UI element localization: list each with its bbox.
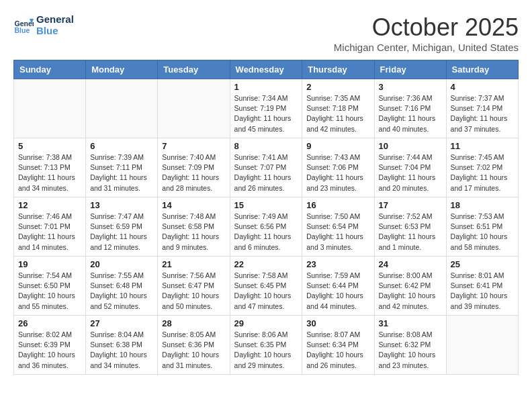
calendar-cell: 2Sunrise: 7:35 AM Sunset: 7:18 PM Daylig… [302,79,374,138]
weekday-header-saturday: Saturday [446,60,518,79]
weekday-header-friday: Friday [374,60,446,79]
calendar-cell: 9Sunrise: 7:43 AM Sunset: 7:06 PM Daylig… [302,138,374,197]
calendar-cell: 4Sunrise: 7:37 AM Sunset: 7:14 PM Daylig… [446,79,518,138]
day-detail: Sunrise: 7:39 AM Sunset: 7:11 PM Dayligh… [90,152,153,193]
logo-line1: General [36,13,74,25]
week-row-1: 1Sunrise: 7:34 AM Sunset: 7:19 PM Daylig… [14,79,519,138]
day-number: 17 [379,200,442,210]
day-number: 25 [451,259,514,269]
calendar-cell: 5Sunrise: 7:38 AM Sunset: 7:13 PM Daylig… [14,138,86,197]
day-number: 22 [234,259,298,269]
calendar-cell: 1Sunrise: 7:34 AM Sunset: 7:19 PM Daylig… [230,79,302,138]
day-number: 24 [379,259,442,269]
day-detail: Sunrise: 7:45 AM Sunset: 7:02 PM Dayligh… [451,152,514,193]
day-number: 14 [162,200,225,210]
day-number: 28 [162,318,225,328]
day-detail: Sunrise: 7:46 AM Sunset: 7:01 PM Dayligh… [18,212,81,253]
day-number: 31 [379,318,442,328]
day-number: 12 [18,200,81,210]
week-row-4: 19Sunrise: 7:54 AM Sunset: 6:50 PM Dayli… [14,257,519,316]
day-detail: Sunrise: 7:50 AM Sunset: 6:54 PM Dayligh… [306,212,369,253]
calendar-cell: 10Sunrise: 7:44 AM Sunset: 7:04 PM Dayli… [374,138,446,197]
day-detail: Sunrise: 7:47 AM Sunset: 6:59 PM Dayligh… [90,212,153,253]
calendar-cell [14,79,86,138]
day-detail: Sunrise: 7:49 AM Sunset: 6:56 PM Dayligh… [234,212,298,253]
day-detail: Sunrise: 7:58 AM Sunset: 6:45 PM Dayligh… [234,271,298,312]
calendar-cell: 18Sunrise: 7:53 AM Sunset: 6:51 PM Dayli… [446,197,518,257]
calendar-cell [86,79,158,138]
day-number: 6 [90,141,153,151]
day-detail: Sunrise: 8:04 AM Sunset: 6:38 PM Dayligh… [90,330,153,371]
calendar-cell: 27Sunrise: 8:04 AM Sunset: 6:38 PM Dayli… [86,316,158,375]
calendar-cell: 8Sunrise: 7:41 AM Sunset: 7:07 PM Daylig… [230,138,302,197]
day-detail: Sunrise: 7:38 AM Sunset: 7:13 PM Dayligh… [18,152,81,193]
title-block: October 2025 Michigan Center, Michigan, … [334,13,519,53]
calendar-cell: 16Sunrise: 7:50 AM Sunset: 6:54 PM Dayli… [302,197,374,257]
calendar-cell: 7Sunrise: 7:40 AM Sunset: 7:09 PM Daylig… [158,138,230,197]
day-number: 15 [234,200,298,210]
calendar-cell: 14Sunrise: 7:48 AM Sunset: 6:58 PM Dayli… [158,197,230,257]
page-header: General Blue General Blue October 2025 M… [13,13,519,53]
day-number: 27 [90,318,153,328]
calendar-cell: 29Sunrise: 8:06 AM Sunset: 6:35 PM Dayli… [230,316,302,375]
day-number: 8 [234,141,298,151]
day-number: 18 [451,200,514,210]
day-number: 13 [90,200,153,210]
day-detail: Sunrise: 7:41 AM Sunset: 7:07 PM Dayligh… [234,152,298,193]
day-detail: Sunrise: 8:08 AM Sunset: 6:32 PM Dayligh… [379,330,442,371]
day-detail: Sunrise: 8:06 AM Sunset: 6:35 PM Dayligh… [234,330,298,371]
day-detail: Sunrise: 7:52 AM Sunset: 6:53 PM Dayligh… [379,212,442,253]
calendar-cell: 13Sunrise: 7:47 AM Sunset: 6:59 PM Dayli… [86,197,158,257]
day-detail: Sunrise: 7:34 AM Sunset: 7:19 PM Dayligh… [234,93,298,134]
day-detail: Sunrise: 7:54 AM Sunset: 6:50 PM Dayligh… [18,271,81,312]
day-detail: Sunrise: 7:40 AM Sunset: 7:09 PM Dayligh… [162,152,225,193]
day-number: 29 [234,318,298,328]
calendar-cell: 31Sunrise: 8:08 AM Sunset: 6:32 PM Dayli… [374,316,446,375]
day-number: 21 [162,259,225,269]
day-detail: Sunrise: 8:05 AM Sunset: 6:36 PM Dayligh… [162,330,225,371]
calendar-cell: 19Sunrise: 7:54 AM Sunset: 6:50 PM Dayli… [14,257,86,316]
day-number: 30 [306,318,369,328]
calendar-cell: 24Sunrise: 8:00 AM Sunset: 6:42 PM Dayli… [374,257,446,316]
weekday-header-tuesday: Tuesday [158,60,230,79]
logo: General Blue General Blue [13,13,74,36]
day-number: 10 [379,141,442,151]
calendar-cell: 23Sunrise: 7:59 AM Sunset: 6:44 PM Dayli… [302,257,374,316]
day-detail: Sunrise: 7:43 AM Sunset: 7:06 PM Dayligh… [306,152,369,193]
day-detail: Sunrise: 7:44 AM Sunset: 7:04 PM Dayligh… [379,152,442,193]
day-detail: Sunrise: 7:59 AM Sunset: 6:44 PM Dayligh… [306,271,369,312]
calendar-cell: 25Sunrise: 8:01 AM Sunset: 6:41 PM Dayli… [446,257,518,316]
day-detail: Sunrise: 8:07 AM Sunset: 6:34 PM Dayligh… [306,330,369,371]
logo-line2: Blue [36,25,74,36]
day-number: 7 [162,141,225,151]
day-number: 1 [234,82,298,92]
day-number: 5 [18,141,81,151]
day-detail: Sunrise: 7:56 AM Sunset: 6:47 PM Dayligh… [162,271,225,312]
day-number: 16 [306,200,369,210]
day-number: 26 [18,318,81,328]
calendar-cell: 17Sunrise: 7:52 AM Sunset: 6:53 PM Dayli… [374,197,446,257]
calendar-cell: 15Sunrise: 7:49 AM Sunset: 6:56 PM Dayli… [230,197,302,257]
location: Michigan Center, Michigan, United States [334,42,519,53]
week-row-3: 12Sunrise: 7:46 AM Sunset: 7:01 PM Dayli… [14,197,519,257]
calendar-cell: 26Sunrise: 8:02 AM Sunset: 6:39 PM Dayli… [14,316,86,375]
calendar-table: SundayMondayTuesdayWednesdayThursdayFrid… [13,60,519,375]
day-number: 4 [451,82,514,92]
calendar-cell: 30Sunrise: 8:07 AM Sunset: 6:34 PM Dayli… [302,316,374,375]
day-detail: Sunrise: 7:35 AM Sunset: 7:18 PM Dayligh… [306,93,369,134]
day-number: 19 [18,259,81,269]
day-number: 9 [306,141,369,151]
weekday-header-wednesday: Wednesday [230,60,302,79]
day-number: 2 [306,82,369,92]
weekday-header-monday: Monday [86,60,158,79]
day-detail: Sunrise: 8:01 AM Sunset: 6:41 PM Dayligh… [451,271,514,312]
calendar-cell: 28Sunrise: 8:05 AM Sunset: 6:36 PM Dayli… [158,316,230,375]
calendar-cell [446,316,518,375]
day-detail: Sunrise: 7:37 AM Sunset: 7:14 PM Dayligh… [451,93,514,134]
weekday-header-sunday: Sunday [14,60,86,79]
weekday-header-thursday: Thursday [302,60,374,79]
svg-text:Blue: Blue [15,26,30,34]
day-detail: Sunrise: 8:02 AM Sunset: 6:39 PM Dayligh… [18,330,81,371]
day-number: 3 [379,82,442,92]
day-detail: Sunrise: 7:36 AM Sunset: 7:16 PM Dayligh… [379,93,442,134]
